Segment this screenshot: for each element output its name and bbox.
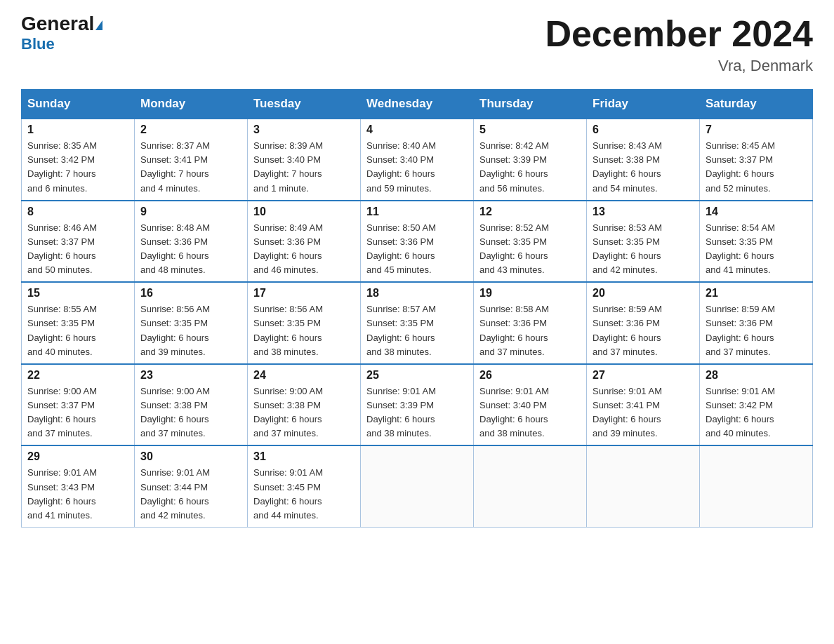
page-header: General Blue December 2024 Vra, Denmark: [21, 14, 813, 75]
day-number: 22: [27, 369, 128, 382]
table-row: 17 Sunrise: 8:56 AMSunset: 3:35 PMDaylig…: [248, 282, 361, 364]
day-number: 27: [593, 369, 694, 382]
day-number: 20: [593, 287, 694, 300]
table-row: 24 Sunrise: 9:00 AMSunset: 3:38 PMDaylig…: [248, 364, 361, 446]
day-number: 15: [27, 287, 128, 300]
table-row: 15 Sunrise: 8:55 AMSunset: 3:35 PMDaylig…: [22, 282, 135, 364]
day-number: 13: [593, 206, 694, 218]
table-row: [474, 445, 587, 527]
table-row: 23 Sunrise: 9:00 AMSunset: 3:38 PMDaylig…: [135, 364, 248, 446]
day-info: Sunrise: 8:59 AMSunset: 3:36 PMDaylight:…: [706, 304, 775, 356]
table-row: 19 Sunrise: 8:58 AMSunset: 3:36 PMDaylig…: [474, 282, 587, 364]
day-number: 31: [253, 450, 355, 463]
day-number: 8: [27, 206, 128, 218]
calendar-week-row: 1 Sunrise: 8:35 AMSunset: 3:42 PMDayligh…: [22, 119, 813, 201]
day-info: Sunrise: 9:01 AMSunset: 3:45 PMDaylight:…: [253, 467, 323, 520]
table-row: 5 Sunrise: 8:42 AMSunset: 3:39 PMDayligh…: [474, 119, 587, 201]
day-number: 10: [253, 206, 355, 218]
day-info: Sunrise: 8:42 AMSunset: 3:39 PMDaylight:…: [479, 140, 549, 193]
table-row: [361, 445, 474, 527]
day-number: 14: [706, 206, 807, 218]
day-number: 25: [366, 369, 468, 382]
day-number: 4: [366, 123, 468, 136]
day-info: Sunrise: 9:01 AMSunset: 3:39 PMDaylight:…: [366, 386, 436, 438]
day-info: Sunrise: 8:46 AMSunset: 3:37 PMDaylight:…: [27, 222, 97, 275]
table-row: [587, 445, 700, 527]
day-info: Sunrise: 8:52 AMSunset: 3:35 PMDaylight:…: [479, 222, 549, 275]
day-info: Sunrise: 8:48 AMSunset: 3:36 PMDaylight:…: [140, 222, 210, 275]
col-saturday: Saturday: [700, 90, 813, 119]
day-info: Sunrise: 8:54 AMSunset: 3:35 PMDaylight:…: [706, 222, 775, 275]
table-row: 22 Sunrise: 9:00 AMSunset: 3:37 PMDaylig…: [22, 364, 135, 446]
table-row: 31 Sunrise: 9:01 AMSunset: 3:45 PMDaylig…: [248, 445, 361, 527]
day-number: 9: [140, 206, 241, 218]
day-info: Sunrise: 9:01 AMSunset: 3:44 PMDaylight:…: [140, 467, 210, 520]
calendar-week-row: 15 Sunrise: 8:55 AMSunset: 3:35 PMDaylig…: [22, 282, 813, 364]
table-row: 25 Sunrise: 9:01 AMSunset: 3:39 PMDaylig…: [361, 364, 474, 446]
day-number: 21: [706, 287, 807, 300]
table-row: 16 Sunrise: 8:56 AMSunset: 3:35 PMDaylig…: [135, 282, 248, 364]
logo-triangle-icon: [95, 20, 102, 30]
table-row: 9 Sunrise: 8:48 AMSunset: 3:36 PMDayligh…: [135, 201, 248, 283]
day-number: 1: [27, 123, 128, 136]
col-thursday: Thursday: [474, 90, 587, 119]
table-row: 12 Sunrise: 8:52 AMSunset: 3:35 PMDaylig…: [474, 201, 587, 283]
calendar-week-row: 8 Sunrise: 8:46 AMSunset: 3:37 PMDayligh…: [22, 201, 813, 283]
calendar-week-row: 29 Sunrise: 9:01 AMSunset: 3:43 PMDaylig…: [22, 445, 813, 527]
day-info: Sunrise: 8:40 AMSunset: 3:40 PMDaylight:…: [366, 140, 436, 193]
location-label: Vra, Denmark: [545, 57, 813, 75]
table-row: 11 Sunrise: 8:50 AMSunset: 3:36 PMDaylig…: [361, 201, 474, 283]
day-info: Sunrise: 8:56 AMSunset: 3:35 PMDaylight:…: [140, 304, 210, 356]
day-info: Sunrise: 9:01 AMSunset: 3:43 PMDaylight:…: [27, 467, 97, 520]
day-number: 5: [479, 123, 581, 136]
table-row: 6 Sunrise: 8:43 AMSunset: 3:38 PMDayligh…: [587, 119, 700, 201]
day-info: Sunrise: 8:58 AMSunset: 3:36 PMDaylight:…: [479, 304, 549, 356]
day-number: 19: [479, 287, 581, 300]
calendar-table: Sunday Monday Tuesday Wednesday Thursday…: [21, 89, 813, 528]
day-number: 12: [479, 206, 581, 218]
day-number: 30: [140, 450, 241, 463]
table-row: 3 Sunrise: 8:39 AMSunset: 3:40 PMDayligh…: [248, 119, 361, 201]
day-info: Sunrise: 9:00 AMSunset: 3:37 PMDaylight:…: [27, 386, 97, 438]
day-number: 16: [140, 287, 241, 300]
table-row: 20 Sunrise: 8:59 AMSunset: 3:36 PMDaylig…: [587, 282, 700, 364]
table-row: 27 Sunrise: 9:01 AMSunset: 3:41 PMDaylig…: [587, 364, 700, 446]
day-info: Sunrise: 8:39 AMSunset: 3:40 PMDaylight:…: [253, 140, 323, 193]
day-number: 24: [253, 369, 355, 382]
table-row: 13 Sunrise: 8:53 AMSunset: 3:35 PMDaylig…: [587, 201, 700, 283]
table-row: 29 Sunrise: 9:01 AMSunset: 3:43 PMDaylig…: [22, 445, 135, 527]
day-info: Sunrise: 9:00 AMSunset: 3:38 PMDaylight:…: [253, 386, 323, 438]
table-row: 28 Sunrise: 9:01 AMSunset: 3:42 PMDaylig…: [700, 364, 813, 446]
calendar-week-row: 22 Sunrise: 9:00 AMSunset: 3:37 PMDaylig…: [22, 364, 813, 446]
day-info: Sunrise: 9:00 AMSunset: 3:38 PMDaylight:…: [140, 386, 210, 438]
col-wednesday: Wednesday: [361, 90, 474, 119]
day-info: Sunrise: 8:45 AMSunset: 3:37 PMDaylight:…: [706, 140, 775, 193]
table-row: 2 Sunrise: 8:37 AMSunset: 3:41 PMDayligh…: [135, 119, 248, 201]
day-info: Sunrise: 8:35 AMSunset: 3:42 PMDaylight:…: [27, 140, 97, 193]
table-row: 4 Sunrise: 8:40 AMSunset: 3:40 PMDayligh…: [361, 119, 474, 201]
day-number: 2: [140, 123, 241, 136]
table-row: [700, 445, 813, 527]
day-info: Sunrise: 8:56 AMSunset: 3:35 PMDaylight:…: [253, 304, 323, 356]
title-block: December 2024 Vra, Denmark: [545, 14, 813, 75]
table-row: 30 Sunrise: 9:01 AMSunset: 3:44 PMDaylig…: [135, 445, 248, 527]
day-number: 17: [253, 287, 355, 300]
day-info: Sunrise: 8:50 AMSunset: 3:36 PMDaylight:…: [366, 222, 436, 275]
day-info: Sunrise: 9:01 AMSunset: 3:40 PMDaylight:…: [479, 386, 549, 438]
day-number: 3: [253, 123, 355, 136]
day-number: 26: [479, 369, 581, 382]
calendar-header-row: Sunday Monday Tuesday Wednesday Thursday…: [22, 90, 813, 119]
table-row: 18 Sunrise: 8:57 AMSunset: 3:35 PMDaylig…: [361, 282, 474, 364]
day-number: 11: [366, 206, 468, 218]
day-info: Sunrise: 8:57 AMSunset: 3:35 PMDaylight:…: [366, 304, 436, 356]
table-row: 10 Sunrise: 8:49 AMSunset: 3:36 PMDaylig…: [248, 201, 361, 283]
day-number: 28: [706, 369, 807, 382]
table-row: 21 Sunrise: 8:59 AMSunset: 3:36 PMDaylig…: [700, 282, 813, 364]
table-row: 7 Sunrise: 8:45 AMSunset: 3:37 PMDayligh…: [700, 119, 813, 201]
day-info: Sunrise: 8:59 AMSunset: 3:36 PMDaylight:…: [593, 304, 662, 356]
day-info: Sunrise: 8:53 AMSunset: 3:35 PMDaylight:…: [593, 222, 662, 275]
day-number: 6: [593, 123, 694, 136]
logo: General Blue: [21, 14, 102, 53]
day-info: Sunrise: 8:55 AMSunset: 3:35 PMDaylight:…: [27, 304, 97, 356]
logo-text: General: [21, 14, 102, 34]
